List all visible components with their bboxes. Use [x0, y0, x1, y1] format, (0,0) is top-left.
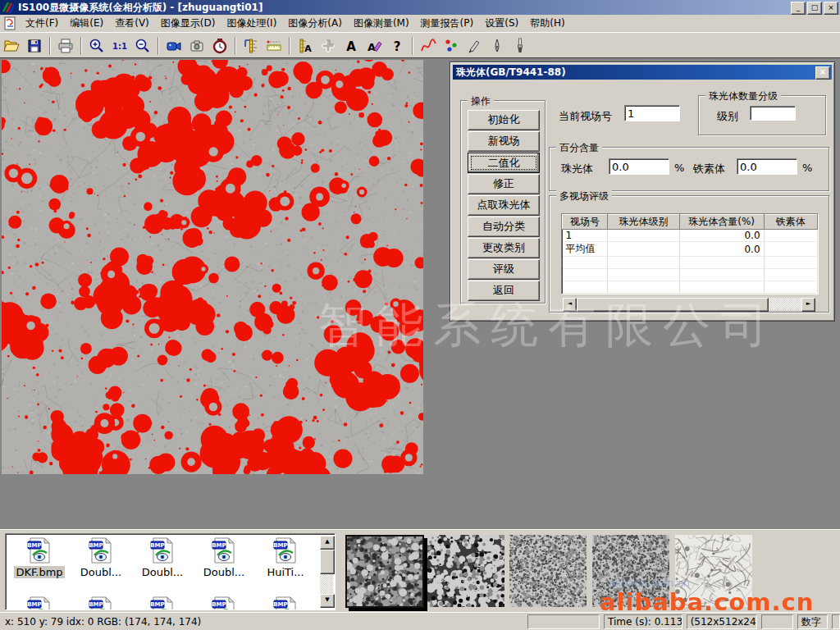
scroll-up-arrow[interactable]: ▲: [320, 536, 335, 550]
brush-button[interactable]: [509, 35, 531, 57]
table-horizontal-scrollbar[interactable]: ◄ ►: [563, 298, 815, 310]
toolbar: 1:1 A A A ?: [0, 32, 840, 58]
camera-capture-button[interactable]: [186, 35, 208, 57]
file-item[interactable]: BMP: [255, 596, 316, 610]
file-item[interactable]: BMP: [71, 596, 131, 610]
zoom-in-icon: [89, 38, 105, 54]
menu-bar: 文件(F) 编辑(E) 查看(V) 图像显示(D) 图像处理(I) 图像分析(A…: [0, 15, 840, 32]
ruler-measure-button[interactable]: [263, 35, 285, 57]
file-item[interactable]: BMP DKF.bmp: [9, 537, 70, 578]
timer-button[interactable]: [209, 35, 231, 57]
ferrite-label: 铁素体: [693, 162, 725, 176]
caliper-text-button[interactable]: A: [294, 35, 316, 57]
menu-view[interactable]: 查看(V): [109, 14, 155, 33]
thumbnail-4[interactable]: [592, 535, 669, 607]
svg-text:BMP: BMP: [273, 542, 287, 549]
ferrite-unit: %: [802, 162, 812, 174]
grid-cross-button[interactable]: [317, 35, 339, 57]
ferrite-value-input[interactable]: [737, 158, 797, 175]
text-annotation-button[interactable]: A: [340, 35, 362, 57]
help-button[interactable]: ?: [386, 35, 408, 57]
scroll-thumb[interactable]: [577, 298, 769, 312]
video-capture-button[interactable]: [163, 35, 185, 57]
file-item[interactable]: BMP HuiTi...: [255, 537, 316, 578]
bmp-file-icon: BMP: [273, 555, 298, 566]
menu-image-display[interactable]: 图像显示(D): [155, 14, 221, 33]
phase-dots-button[interactable]: [441, 35, 462, 57]
table-row[interactable]: 平均值 0.0: [563, 242, 818, 257]
status-panel-empty: [527, 614, 600, 629]
scroll-down-arrow[interactable]: ▼: [320, 594, 335, 608]
scroll-track[interactable]: [769, 298, 801, 310]
correct-button[interactable]: 修正: [468, 174, 540, 194]
change-class-button[interactable]: 更改类别: [468, 238, 540, 258]
file-item[interactable]: BMP: [194, 596, 254, 610]
pick-pearlite-button[interactable]: 点取珠光体: [468, 195, 540, 216]
zoom-out-button[interactable]: [132, 35, 153, 57]
new-field-button[interactable]: 新视场: [468, 131, 540, 152]
micrograph-image[interactable]: [2, 60, 423, 474]
grade-button[interactable]: 评级: [468, 259, 540, 280]
col-ferrite[interactable]: 铁素体: [764, 215, 817, 230]
toolbar-separator: [80, 37, 82, 55]
pen-nib-button[interactable]: [486, 35, 508, 57]
init-button[interactable]: 初始化: [468, 110, 540, 130]
menu-measure-report[interactable]: 测量报告(P): [415, 14, 480, 33]
zoom-in-button[interactable]: [86, 35, 107, 57]
current-field-input[interactable]: [624, 105, 680, 121]
file-item[interactable]: BMP Doubl...: [132, 537, 193, 578]
caliper-measure-button[interactable]: [240, 35, 262, 57]
thumbnail-2[interactable]: [427, 535, 504, 607]
col-field-number[interactable]: 视场号: [563, 215, 608, 230]
file-item[interactable]: BMP: [132, 596, 193, 610]
thumbnail-3[interactable]: [509, 535, 587, 607]
menu-settings[interactable]: 设置(S): [479, 14, 524, 33]
save-button[interactable]: [24, 35, 45, 57]
pearlite-value-input[interactable]: [609, 158, 669, 175]
maximize-button[interactable]: □: [807, 2, 822, 15]
toolbar-separator: [412, 37, 413, 55]
open-file-button[interactable]: [1, 35, 22, 57]
file-item[interactable]: BMP Doubl...: [71, 537, 131, 578]
edit-annotation-button[interactable]: A: [363, 35, 385, 57]
auto-classify-button[interactable]: 自动分类: [468, 217, 540, 237]
minimize-button[interactable]: _: [791, 2, 806, 15]
menu-edit[interactable]: 编辑(E): [64, 14, 109, 33]
print-button[interactable]: [55, 35, 76, 57]
dialog-close-button[interactable]: ×: [815, 66, 830, 80]
scroll-right-arrow[interactable]: ►: [801, 298, 815, 312]
menu-image-analysis[interactable]: 图像分析(A): [282, 14, 348, 33]
menu-file[interactable]: 文件(F): [20, 14, 64, 33]
file-name: Doubl...: [202, 566, 246, 578]
scroll-thumb[interactable]: [320, 550, 335, 574]
curve-tool-button[interactable]: [418, 35, 439, 57]
pearlite-label: 珠光体: [561, 162, 593, 176]
svg-text:BMP: BMP: [27, 601, 41, 608]
file-item[interactable]: BMP: [9, 596, 70, 610]
scroll-left-arrow[interactable]: ◄: [563, 298, 577, 312]
return-button[interactable]: 返回: [468, 281, 540, 301]
svg-text:A: A: [346, 39, 356, 54]
thumbnail-1[interactable]: [345, 535, 424, 608]
table-row: [563, 269, 818, 281]
svg-text:BMP: BMP: [150, 542, 164, 549]
dialog-title: 珠光体(GB/T9441-88): [456, 66, 566, 80]
thumbnail-5[interactable]: [675, 535, 752, 607]
menu-image-measure[interactable]: 图像测量(M): [348, 14, 415, 33]
level-input[interactable]: [750, 106, 796, 121]
svg-text:?: ?: [394, 39, 401, 54]
file-list-scrollbar[interactable]: ▲ ▼: [320, 536, 333, 608]
binarize-button[interactable]: 二值化: [468, 153, 540, 173]
marker-pen-button[interactable]: [463, 35, 485, 57]
actual-size-button[interactable]: 1:1: [109, 35, 130, 57]
col-pearlite-content[interactable]: 珠光体含量(%): [679, 215, 764, 230]
col-pearlite-grade[interactable]: 珠光体级别: [608, 215, 680, 230]
open-folder-icon: [3, 38, 20, 54]
document-icon[interactable]: [3, 16, 17, 30]
table-row: [563, 257, 818, 269]
menu-help[interactable]: 帮助(H): [524, 14, 570, 33]
menu-image-process[interactable]: 图像处理(I): [221, 14, 282, 33]
file-item[interactable]: BMP Doubl...: [194, 537, 254, 578]
close-button[interactable]: ×: [824, 2, 838, 15]
table-row[interactable]: 1 0.0: [563, 230, 818, 242]
